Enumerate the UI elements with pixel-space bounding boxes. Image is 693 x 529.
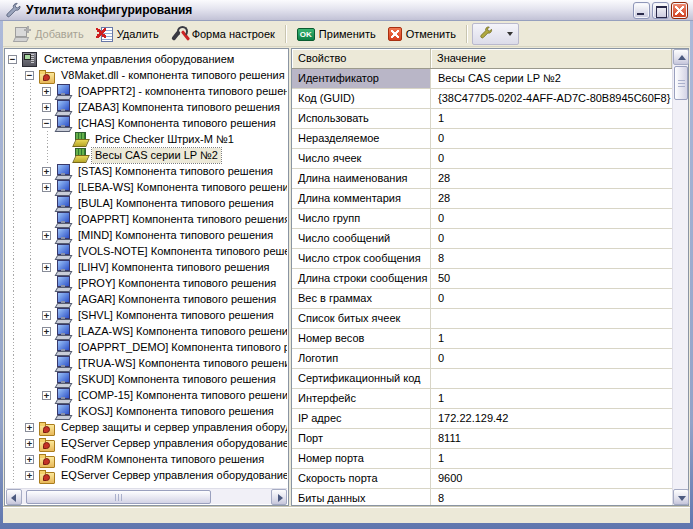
expand-plus-icon[interactable]: + bbox=[42, 87, 51, 96]
tree-item[interactable]: +[LEBA-WS] Компонента типового решения bbox=[6, 179, 287, 195]
property-name[interactable]: Номер порта bbox=[292, 449, 431, 468]
column-header-property[interactable]: Свойство bbox=[292, 49, 431, 68]
horizontal-scroll-thumb[interactable] bbox=[26, 490, 211, 504]
property-name[interactable]: Список битых ячеек bbox=[292, 309, 431, 328]
property-name[interactable]: Сертификационный код bbox=[292, 369, 431, 388]
property-row[interactable]: Вес в граммах0 bbox=[292, 289, 672, 309]
property-row[interactable]: Порт8111 bbox=[292, 429, 672, 449]
tree-item-label[interactable]: [ZABA3] Компонента типового решения bbox=[75, 100, 283, 115]
property-name[interactable]: Номер весов bbox=[292, 329, 431, 348]
tree-item[interactable]: [TRUA-WS] Компонента типового решения bbox=[6, 355, 287, 371]
tree-item-label[interactable]: [LEBA-WS] Компонента типового решения bbox=[75, 180, 287, 195]
scroll-left-icon[interactable] bbox=[6, 489, 22, 505]
tree-item-label[interactable]: EQServer Сервер управления оборудованием bbox=[58, 468, 287, 483]
tree-item[interactable]: −Система управления оборудованием bbox=[6, 51, 287, 67]
property-name[interactable]: Интерфейс bbox=[292, 389, 431, 408]
tree-item-label[interactable]: [TRUA-WS] Компонента типового решения bbox=[75, 356, 287, 371]
vertical-scroll-thumb[interactable] bbox=[674, 66, 688, 100]
tree-item-label[interactable]: Система управления оборудованием bbox=[41, 52, 237, 67]
tree-item-label[interactable]: Сервер защиты и сервер управления оборуд… bbox=[58, 420, 287, 435]
scroll-up-icon[interactable] bbox=[673, 49, 689, 65]
property-value[interactable]: 0 bbox=[431, 229, 672, 248]
property-name[interactable]: Длина комментария bbox=[292, 189, 431, 208]
property-value[interactable]: 1 bbox=[431, 329, 672, 348]
tree-item-label[interactable]: [KOSJ] Компонента типового решения bbox=[75, 404, 277, 419]
property-value[interactable]: 1 bbox=[431, 109, 672, 128]
tree-item[interactable]: +[MIND] Компонента типового решения bbox=[6, 227, 287, 243]
property-row[interactable]: Неразделяемое0 bbox=[292, 129, 672, 149]
expand-plus-icon[interactable]: + bbox=[42, 183, 51, 192]
expand-plus-icon[interactable]: + bbox=[42, 263, 51, 272]
property-row[interactable]: Использовать1 bbox=[292, 109, 672, 129]
tree-item-label[interactable]: [PROY] Компонента типового решения bbox=[75, 276, 279, 291]
property-value[interactable] bbox=[431, 369, 672, 388]
tree-item[interactable]: Весы CAS серии LP №2 bbox=[6, 147, 287, 163]
tree-item[interactable]: [OAPPRT] Компонента типового решения bbox=[6, 211, 287, 227]
property-value[interactable]: 0 bbox=[431, 129, 672, 148]
tree-item[interactable]: +[SHVL] Компонента типового решения bbox=[6, 307, 287, 323]
property-row[interactable]: Интерфейс1 bbox=[292, 389, 672, 409]
tree-horizontal-scrollbar[interactable] bbox=[6, 488, 287, 504]
tree-item[interactable]: [OAPPRT_DEMO] Компонента типового решени… bbox=[6, 339, 287, 355]
property-value[interactable]: 50 bbox=[431, 269, 672, 288]
scroll-down-icon[interactable] bbox=[673, 489, 689, 505]
close-button[interactable] bbox=[671, 2, 688, 19]
property-row[interactable]: IP адрес172.22.129.42 bbox=[292, 409, 672, 429]
cancel-button[interactable]: Отменить bbox=[382, 23, 462, 45]
tree-item-label[interactable]: [SHVL] Компонента типового решения bbox=[75, 308, 277, 323]
tree-item[interactable]: [VOLS-NOTE] Компонента типового решения bbox=[6, 243, 287, 259]
scroll-right-icon[interactable] bbox=[271, 489, 287, 505]
property-name[interactable]: Вес в граммах bbox=[292, 289, 431, 308]
expand-plus-icon[interactable]: + bbox=[42, 311, 51, 320]
property-value[interactable]: 28 bbox=[431, 169, 672, 188]
tree-item[interactable]: −[CHAS] Компонента типового решения bbox=[6, 115, 287, 131]
tree-item-label[interactable]: [OAPPRT_DEMO] Компонента типового решени… bbox=[75, 340, 287, 355]
tree-item-label[interactable]: [MIND] Компонента типового решения bbox=[75, 228, 276, 243]
delete-button[interactable]: Удалить bbox=[90, 23, 165, 45]
property-value[interactable]: 28 bbox=[431, 189, 672, 208]
property-row[interactable]: Скорость порта9600 bbox=[292, 469, 672, 489]
property-value[interactable]: 172.22.129.42 bbox=[431, 409, 672, 428]
tree-item[interactable]: +[COMP-15] Компонента типового решения bbox=[6, 387, 287, 403]
tree-item-label[interactable]: [LIHV] Компонента типового решения bbox=[75, 260, 273, 275]
property-value[interactable]: 0 bbox=[431, 349, 672, 368]
property-name[interactable]: IP адрес bbox=[292, 409, 431, 428]
property-row[interactable]: Число строк сообщения8 bbox=[292, 249, 672, 269]
property-value[interactable]: 1 bbox=[431, 449, 672, 468]
property-row[interactable]: Список битых ячеек bbox=[292, 309, 672, 329]
property-name[interactable]: Код (GUID) bbox=[292, 89, 431, 108]
tree-item-label[interactable]: [OAPPRT2] - компонента типового решения bbox=[75, 84, 287, 99]
expand-plus-icon[interactable]: + bbox=[25, 455, 34, 464]
tree-item[interactable]: [KOSJ] Компонента типового решения bbox=[6, 403, 287, 419]
property-row[interactable]: Число ячеек0 bbox=[292, 149, 672, 169]
property-value[interactable]: 1 bbox=[431, 389, 672, 408]
tree-item-label[interactable]: FoodRM Компонента типового решения bbox=[58, 452, 267, 467]
property-row[interactable]: Длина строки сообщения50 bbox=[292, 269, 672, 289]
property-name[interactable]: Число сообщений bbox=[292, 229, 431, 248]
property-row[interactable]: Логотип0 bbox=[292, 349, 672, 369]
tree-item[interactable]: [SKUD] Компонента типового решения bbox=[6, 371, 287, 387]
expand-plus-icon[interactable]: + bbox=[42, 167, 51, 176]
apply-button[interactable]: OK Применить bbox=[291, 23, 382, 45]
expand-plus-icon[interactable]: + bbox=[42, 103, 51, 112]
property-row[interactable]: Номер порта1 bbox=[292, 449, 672, 469]
property-name[interactable]: Число групп bbox=[292, 209, 431, 228]
property-value[interactable]: 8 bbox=[431, 249, 672, 268]
property-name[interactable]: Неразделяемое bbox=[292, 129, 431, 148]
property-value[interactable]: 0 bbox=[431, 149, 672, 168]
property-row[interactable]: Номер весов1 bbox=[292, 329, 672, 349]
minimize-button[interactable] bbox=[633, 2, 650, 19]
tree-item-label[interactable]: Price Checker Штрих-М №1 bbox=[92, 132, 237, 147]
tree-item-label[interactable]: [SKUD] Компонента типового решения bbox=[75, 372, 279, 387]
tree-item-label[interactable]: [BULA] Компонента типового решения bbox=[75, 196, 277, 211]
tree-item-label[interactable]: [LAZA-WS] Компонента типового решения bbox=[75, 324, 287, 339]
property-name[interactable]: Логотип bbox=[292, 349, 431, 368]
tree-item-label[interactable]: Весы CAS серии LP №2 bbox=[92, 148, 221, 163]
collapse-minus-icon[interactable]: − bbox=[8, 55, 17, 64]
property-name[interactable]: Скорость порта bbox=[292, 469, 431, 488]
property-row[interactable]: Число сообщений0 bbox=[292, 229, 672, 249]
column-header-value[interactable]: Значение bbox=[431, 49, 672, 68]
tree-item[interactable]: [BULA] Компонента типового решения bbox=[6, 195, 287, 211]
property-value[interactable]: 8111 bbox=[431, 429, 672, 448]
property-row[interactable]: Код (GUID){38C477D5-0202-4AFF-AD7C-80B89… bbox=[292, 89, 672, 109]
